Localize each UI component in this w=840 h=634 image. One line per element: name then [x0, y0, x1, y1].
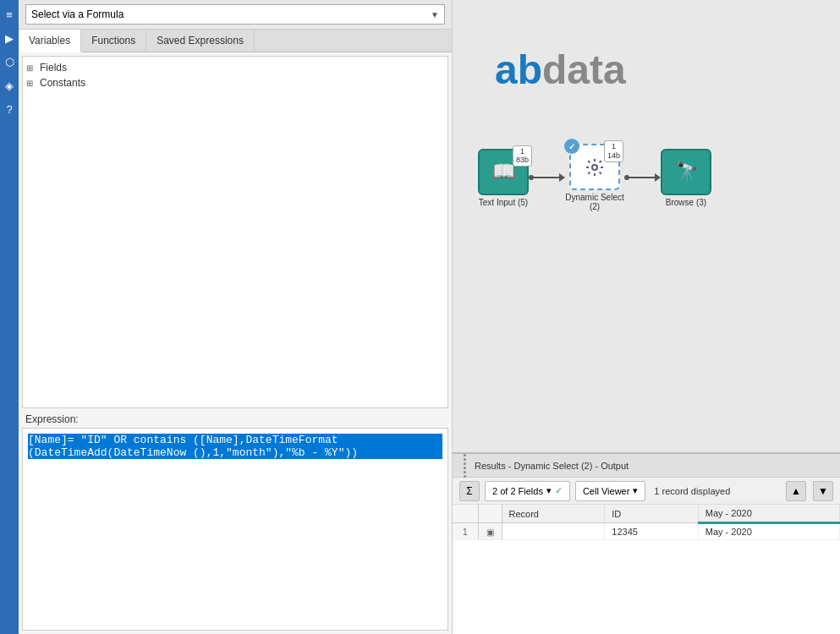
col-header-type — [478, 505, 502, 523]
expand-icon-fields: ⊞ — [26, 63, 36, 73]
results-panel: Results - Dynamic Select (2) - Output Σ … — [453, 452, 840, 634]
cell-may-1: May - 2020 — [698, 523, 839, 540]
col-header-rownum — [453, 505, 478, 523]
row-type-icon: ▣ — [486, 527, 494, 537]
sigma-button[interactable]: Σ — [459, 481, 480, 501]
formula-select-dropdown[interactable]: Select via a Formula ▼ — [25, 4, 445, 25]
expression-editor[interactable]: [Name]= "ID" OR contains ([Name],DateTim… — [22, 428, 448, 631]
cell-viewer-label: Cell Viewer — [583, 486, 629, 496]
fields-btn-label: 2 of 2 Fields — [492, 486, 543, 496]
cell-viewer-arrow: ▾ — [633, 485, 638, 496]
abdata-logo: abdata — [495, 46, 626, 93]
connector-1-arrow — [559, 173, 565, 182]
connector-1 — [529, 173, 565, 182]
svg-point-0 — [592, 165, 597, 170]
node-browse: 🔭 Browse (3) — [661, 149, 711, 207]
connector-1-line — [534, 177, 559, 178]
col-header-id[interactable]: ID — [605, 505, 698, 523]
tree-item-constants[interactable]: ⊞ Constants — [26, 75, 444, 90]
drag-handle[interactable] — [459, 454, 469, 478]
expression-label: Expression: — [19, 408, 452, 428]
canvas: abdata 183b 📖 Text Input (5) ✓ — [453, 0, 840, 452]
sidebar-icon-run[interactable]: ▶ — [2, 30, 17, 46]
tab-variables[interactable]: Variables — [19, 30, 81, 52]
expand-icon-constants: ⊞ — [26, 79, 36, 88]
formula-select-label: Select via a Formula — [31, 8, 124, 20]
col-header-may[interactable]: May - 2020 — [698, 505, 839, 523]
results-title: Results - Dynamic Select (2) - Output — [475, 461, 629, 471]
node-text-input-icon: 📖 — [492, 161, 515, 183]
col-header-record[interactable]: Record — [502, 505, 605, 523]
record-count: 1 record displayed — [654, 486, 730, 496]
tree-label-constants: Constants — [40, 77, 85, 89]
sidebar: ≡ ▶ ⬡ ◈ ? — [0, 0, 19, 634]
node-browse-label: Browse (3) — [666, 198, 706, 207]
cell-viewer-button[interactable]: Cell Viewer ▾ — [575, 481, 645, 501]
cell-type-1: ▣ — [478, 523, 502, 540]
sidebar-icon-config[interactable]: ◈ — [2, 78, 17, 93]
node-browse-box[interactable]: 🔭 — [661, 149, 711, 195]
fields-button[interactable]: 2 of 2 Fields ▾ ✓ — [485, 481, 570, 501]
node-dynamic-select-label: Dynamic Select (2) — [565, 193, 624, 211]
results-table: Record ID May - 2020 1 ▣ — [453, 505, 840, 634]
node-text-input-badge: 183b — [513, 145, 532, 167]
formula-select-arrow: ▼ — [431, 10, 439, 19]
cell-rownum-1: 1 — [453, 523, 478, 540]
sort-down-button[interactable]: ▼ — [813, 481, 833, 501]
node-dynamic-select-badge: 114b — [604, 140, 623, 162]
workflow: 183b 📖 Text Input (5) ✓ 114b — [478, 144, 711, 211]
sidebar-icon-tools[interactable]: ⬡ — [2, 54, 17, 69]
node-text-input-label: Text Input (5) — [479, 198, 528, 207]
gear-icon — [585, 157, 605, 178]
fields-check-icon: ✓ — [555, 485, 563, 496]
results-toolbar: Σ 2 of 2 Fields ▾ ✓ Cell Viewer ▾ 1 reco… — [453, 478, 840, 505]
node-text-input: 183b 📖 Text Input (5) — [478, 149, 529, 207]
node-dynamic-select-box[interactable]: ✓ 114b — [569, 144, 620, 190]
tree-item-fields[interactable]: ⊞ Fields — [26, 60, 444, 75]
connector-2 — [624, 173, 661, 182]
formula-bar: Select via a Formula ▼ — [19, 0, 452, 30]
node-text-input-box[interactable]: 183b 📖 — [478, 149, 529, 195]
logo-data: data — [542, 47, 626, 92]
cell-record-1 — [502, 523, 605, 540]
left-panel: Select via a Formula ▼ Variables Functio… — [0, 0, 453, 634]
fields-btn-check-icon: ▾ — [546, 485, 552, 496]
sidebar-icon-help[interactable]: ? — [2, 101, 17, 117]
expression-selected-text: [Name]= "ID" OR contains ([Name],DateTim… — [28, 434, 442, 459]
connector-2-line — [629, 177, 655, 178]
variables-tree: ⊞ Fields ⊞ Constants — [22, 56, 448, 408]
results-header: Results - Dynamic Select (2) - Output — [453, 454, 840, 478]
tab-functions[interactable]: Functions — [81, 30, 146, 52]
connector-2-arrow — [655, 173, 661, 182]
node-browse-icon: 🔭 — [675, 161, 698, 183]
logo-ab: ab — [495, 47, 542, 92]
node-dynamic-select: ✓ 114b Dynamic Select (2) — [565, 144, 624, 211]
tabs-bar: Variables Functions Saved Expressions — [19, 30, 452, 52]
sidebar-icon-menu[interactable]: ≡ — [2, 7, 17, 22]
tree-label-fields: Fields — [40, 62, 67, 74]
right-panel: abdata 183b 📖 Text Input (5) ✓ — [453, 0, 840, 634]
sort-up-button[interactable]: ▲ — [786, 481, 806, 501]
cell-id-1: 12345 — [605, 523, 698, 540]
table-row: 1 ▣ 12345 May - 2020 — [453, 523, 840, 540]
tab-saved-expressions[interactable]: Saved Expressions — [146, 30, 255, 52]
checkmark-icon: ✓ — [564, 139, 579, 154]
